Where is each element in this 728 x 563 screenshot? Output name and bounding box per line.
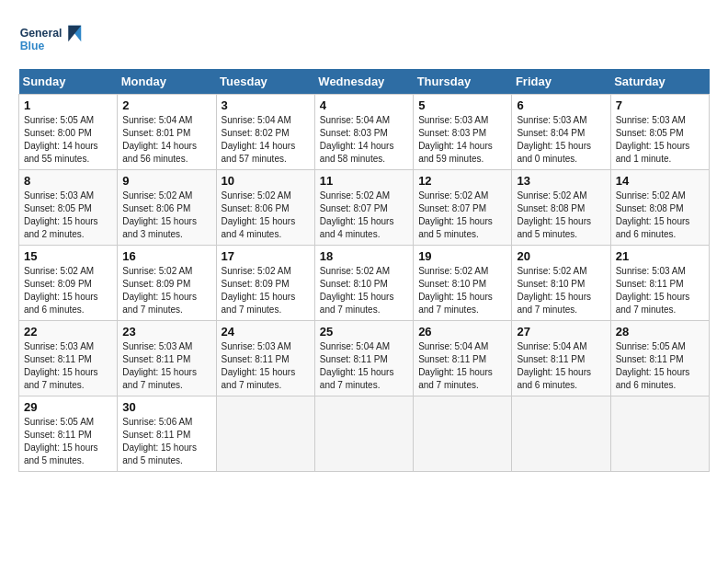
day-info: Sunrise: 5:02 AMSunset: 8:06 PMDaylight:…	[122, 190, 210, 241]
calendar-cell	[414, 396, 512, 472]
day-number: 6	[517, 98, 605, 112]
day-info: Sunrise: 5:03 AMSunset: 8:11 PMDaylight:…	[24, 340, 112, 392]
day-info: Sunrise: 5:02 AMSunset: 8:06 PMDaylight:…	[222, 190, 310, 241]
header-friday: Friday	[512, 69, 610, 95]
calendar-cell: 23Sunrise: 5:03 AMSunset: 8:11 PMDayligh…	[118, 321, 216, 396]
calendar-cell: 9Sunrise: 5:02 AMSunset: 8:06 PMDaylight…	[118, 170, 216, 246]
day-info: Sunrise: 5:04 AMSunset: 8:11 PMDaylight:…	[320, 340, 408, 392]
day-number: 3	[222, 98, 310, 112]
day-info: Sunrise: 5:02 AMSunset: 8:10 PMDaylight:…	[320, 265, 408, 316]
day-number: 11	[320, 174, 408, 188]
day-info: Sunrise: 5:04 AMSunset: 8:01 PMDaylight:…	[122, 114, 210, 166]
day-info: Sunrise: 5:03 AMSunset: 8:11 PMDaylight:…	[616, 265, 704, 316]
day-info: Sunrise: 5:03 AMSunset: 8:11 PMDaylight:…	[122, 340, 210, 392]
calendar-cell: 25Sunrise: 5:04 AMSunset: 8:11 PMDayligh…	[314, 321, 413, 396]
day-number: 13	[517, 174, 605, 188]
day-number: 14	[616, 174, 704, 188]
calendar-cell: 14Sunrise: 5:02 AMSunset: 8:08 PMDayligh…	[610, 170, 709, 246]
header-saturday: Saturday	[610, 69, 709, 95]
calendar-cell: 30Sunrise: 5:06 AMSunset: 8:11 PMDayligh…	[118, 396, 216, 472]
day-number: 2	[122, 98, 210, 112]
day-info: Sunrise: 5:03 AMSunset: 8:05 PMDaylight:…	[24, 190, 112, 241]
day-number: 28	[616, 325, 704, 339]
calendar-body: 1Sunrise: 5:05 AMSunset: 8:00 PMDaylight…	[19, 95, 710, 472]
day-info: Sunrise: 5:02 AMSunset: 8:10 PMDaylight:…	[418, 265, 506, 316]
calendar-cell: 3Sunrise: 5:04 AMSunset: 8:02 PMDaylight…	[216, 95, 314, 170]
header-sunday: Sunday	[19, 69, 118, 95]
calendar-cell: 17Sunrise: 5:02 AMSunset: 8:09 PMDayligh…	[216, 246, 314, 321]
header-monday: Monday	[118, 69, 216, 95]
calendar-cell	[512, 396, 610, 472]
day-info: Sunrise: 5:05 AMSunset: 8:11 PMDaylight:…	[616, 340, 704, 392]
calendar-week-2: 8Sunrise: 5:03 AMSunset: 8:05 PMDaylight…	[19, 170, 710, 246]
day-number: 20	[517, 249, 605, 263]
calendar-week-1: 1Sunrise: 5:05 AMSunset: 8:00 PMDaylight…	[19, 95, 710, 170]
calendar-cell	[314, 396, 413, 472]
day-number: 27	[517, 325, 605, 339]
day-number: 18	[320, 249, 408, 263]
day-info: Sunrise: 5:04 AMSunset: 8:11 PMDaylight:…	[418, 340, 506, 392]
calendar-cell: 13Sunrise: 5:02 AMSunset: 8:08 PMDayligh…	[512, 170, 610, 246]
calendar-cell: 4Sunrise: 5:04 AMSunset: 8:03 PMDaylight…	[314, 95, 413, 170]
calendar-cell: 22Sunrise: 5:03 AMSunset: 8:11 PMDayligh…	[19, 321, 118, 396]
calendar-cell: 19Sunrise: 5:02 AMSunset: 8:10 PMDayligh…	[414, 246, 512, 321]
day-info: Sunrise: 5:03 AMSunset: 8:05 PMDaylight:…	[616, 114, 704, 166]
day-info: Sunrise: 5:02 AMSunset: 8:09 PMDaylight:…	[222, 265, 310, 316]
header-wednesday: Wednesday	[314, 69, 413, 95]
logo: General Blue	[18, 18, 83, 60]
calendar-week-4: 22Sunrise: 5:03 AMSunset: 8:11 PMDayligh…	[19, 321, 710, 396]
day-number: 8	[24, 174, 112, 188]
day-info: Sunrise: 5:03 AMSunset: 8:03 PMDaylight:…	[418, 114, 506, 166]
day-number: 12	[418, 174, 506, 188]
day-number: 24	[222, 325, 310, 339]
day-info: Sunrise: 5:02 AMSunset: 8:10 PMDaylight:…	[517, 265, 605, 316]
calendar-cell: 1Sunrise: 5:05 AMSunset: 8:00 PMDaylight…	[19, 95, 118, 170]
calendar-cell: 10Sunrise: 5:02 AMSunset: 8:06 PMDayligh…	[216, 170, 314, 246]
calendar-cell: 21Sunrise: 5:03 AMSunset: 8:11 PMDayligh…	[610, 246, 709, 321]
calendar-cell: 2Sunrise: 5:04 AMSunset: 8:01 PMDaylight…	[118, 95, 216, 170]
logo-icon: General Blue	[18, 18, 83, 60]
calendar-cell: 15Sunrise: 5:02 AMSunset: 8:09 PMDayligh…	[19, 246, 118, 321]
calendar-week-5: 29Sunrise: 5:05 AMSunset: 8:11 PMDayligh…	[19, 396, 710, 472]
calendar-cell: 29Sunrise: 5:05 AMSunset: 8:11 PMDayligh…	[19, 396, 118, 472]
calendar-cell: 6Sunrise: 5:03 AMSunset: 8:04 PMDaylight…	[512, 95, 610, 170]
calendar-cell: 12Sunrise: 5:02 AMSunset: 8:07 PMDayligh…	[414, 170, 512, 246]
day-info: Sunrise: 5:02 AMSunset: 8:07 PMDaylight:…	[320, 190, 408, 241]
day-info: Sunrise: 5:03 AMSunset: 8:04 PMDaylight:…	[517, 114, 605, 166]
day-info: Sunrise: 5:04 AMSunset: 8:11 PMDaylight:…	[517, 340, 605, 392]
svg-text:General: General	[20, 27, 63, 40]
day-number: 22	[24, 325, 112, 339]
day-info: Sunrise: 5:02 AMSunset: 8:08 PMDaylight:…	[517, 190, 605, 241]
day-info: Sunrise: 5:05 AMSunset: 8:00 PMDaylight:…	[24, 114, 112, 166]
day-number: 7	[616, 98, 704, 112]
day-number: 21	[616, 249, 704, 263]
calendar-cell: 16Sunrise: 5:02 AMSunset: 8:09 PMDayligh…	[118, 246, 216, 321]
day-number: 9	[122, 174, 210, 188]
day-number: 25	[320, 325, 408, 339]
calendar-cell: 27Sunrise: 5:04 AMSunset: 8:11 PMDayligh…	[512, 321, 610, 396]
calendar-cell: 5Sunrise: 5:03 AMSunset: 8:03 PMDaylight…	[414, 95, 512, 170]
day-number: 17	[222, 249, 310, 263]
calendar-header-row: Sunday Monday Tuesday Wednesday Thursday…	[19, 69, 710, 95]
day-info: Sunrise: 5:04 AMSunset: 8:02 PMDaylight:…	[222, 114, 310, 166]
day-info: Sunrise: 5:03 AMSunset: 8:11 PMDaylight:…	[222, 340, 310, 392]
day-number: 23	[122, 325, 210, 339]
day-number: 15	[24, 249, 112, 263]
page-header: General Blue	[18, 18, 710, 60]
calendar-cell: 8Sunrise: 5:03 AMSunset: 8:05 PMDaylight…	[19, 170, 118, 246]
day-number: 16	[122, 249, 210, 263]
calendar-cell	[216, 396, 314, 472]
svg-text:Blue: Blue	[20, 40, 45, 52]
header-thursday: Thursday	[414, 69, 512, 95]
day-info: Sunrise: 5:02 AMSunset: 8:07 PMDaylight:…	[418, 190, 506, 241]
calendar-week-3: 15Sunrise: 5:02 AMSunset: 8:09 PMDayligh…	[19, 246, 710, 321]
day-info: Sunrise: 5:02 AMSunset: 8:09 PMDaylight:…	[24, 265, 112, 316]
calendar-cell: 24Sunrise: 5:03 AMSunset: 8:11 PMDayligh…	[216, 321, 314, 396]
day-number: 4	[320, 98, 408, 112]
day-info: Sunrise: 5:05 AMSunset: 8:11 PMDaylight:…	[24, 416, 112, 467]
calendar-cell: 7Sunrise: 5:03 AMSunset: 8:05 PMDaylight…	[610, 95, 709, 170]
header-tuesday: Tuesday	[216, 69, 314, 95]
day-number: 30	[122, 400, 210, 414]
day-number: 26	[418, 325, 506, 339]
day-info: Sunrise: 5:02 AMSunset: 8:08 PMDaylight:…	[616, 190, 704, 241]
